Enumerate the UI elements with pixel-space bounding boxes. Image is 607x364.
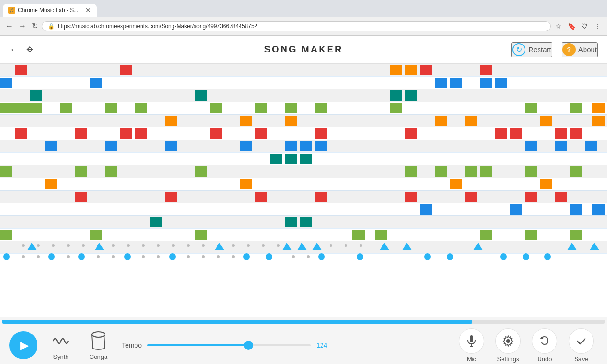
settings-button[interactable]: Settings (492, 328, 525, 363)
note-cell[interactable] (90, 78, 102, 88)
perc-circle[interactable] (169, 253, 176, 260)
note-cell[interactable] (315, 128, 327, 139)
note-cell[interactable] (555, 192, 567, 202)
note-cell[interactable] (45, 141, 57, 151)
note-cell[interactable] (585, 141, 597, 151)
progress-bar-container[interactable] (0, 317, 607, 327)
note-cell[interactable] (315, 103, 327, 113)
note-cell[interactable] (510, 204, 522, 215)
note-cell[interactable] (165, 192, 177, 202)
song-grid-svg[interactable] (0, 64, 607, 265)
perc-circle[interactable] (243, 253, 250, 260)
note-cell[interactable] (120, 65, 132, 75)
note-cell[interactable] (0, 166, 12, 177)
note-cell[interactable] (255, 103, 267, 113)
note-cell[interactable] (15, 65, 27, 75)
tempo-slider[interactable] (147, 344, 311, 346)
note-cell[interactable] (570, 166, 582, 177)
note-cell[interactable] (270, 154, 282, 164)
conga-instrument[interactable]: Conga (84, 331, 112, 360)
perc-circle[interactable] (266, 253, 272, 260)
note-cell[interactable] (75, 192, 87, 202)
note-cell[interactable] (255, 128, 267, 139)
note-cell[interactable] (285, 154, 297, 164)
note-cell[interactable] (480, 65, 492, 75)
note-cell[interactable] (450, 179, 462, 189)
note-cell[interactable] (465, 116, 477, 126)
note-cell[interactable] (525, 166, 537, 177)
note-cell[interactable] (120, 128, 132, 139)
note-cell[interactable] (105, 141, 117, 151)
note-cell[interactable] (240, 179, 252, 189)
play-button[interactable]: ▶ (9, 331, 37, 359)
note-cell[interactable] (195, 230, 207, 240)
note-cell[interactable] (240, 116, 252, 126)
note-cell[interactable] (405, 192, 417, 202)
note-cell[interactable] (495, 128, 507, 139)
note-cell[interactable] (405, 128, 417, 139)
note-cell[interactable] (435, 166, 447, 177)
active-tab[interactable]: 🎵 Chrome Music Lab - S... ✕ (3, 4, 97, 17)
note-cell[interactable] (300, 154, 312, 164)
note-cell[interactable] (405, 65, 417, 75)
song-grid-area[interactable] (0, 64, 607, 317)
note-cell[interactable] (525, 103, 537, 113)
mic-button[interactable]: Mic (455, 328, 488, 363)
perc-circle[interactable] (523, 253, 529, 260)
perc-circle[interactable] (318, 253, 325, 260)
note-cell[interactable] (420, 65, 432, 75)
note-cell[interactable] (480, 166, 492, 177)
note-cell[interactable] (592, 116, 605, 126)
extension-btn-2[interactable]: 🛡 (579, 21, 590, 32)
note-cell[interactable] (210, 128, 222, 139)
perc-circle[interactable] (124, 253, 131, 260)
note-cell[interactable] (510, 128, 522, 139)
note-cell[interactable] (390, 90, 402, 101)
address-bar[interactable]: 🔒 https://musiclab.chromeexperiments.com… (42, 21, 551, 31)
note-cell[interactable] (255, 192, 267, 202)
note-cell[interactable] (165, 141, 177, 151)
note-cell[interactable] (300, 141, 312, 151)
note-cell[interactable] (525, 141, 537, 151)
restart-button[interactable]: ↻ Restart (511, 42, 552, 57)
note-cell[interactable] (450, 78, 462, 88)
extension-btn-1[interactable]: 🔖 (566, 21, 577, 32)
note-cell[interactable] (15, 128, 27, 139)
perc-circle[interactable] (357, 253, 363, 260)
note-cell[interactable] (465, 166, 477, 177)
bookmark-btn[interactable]: ☆ (553, 21, 564, 32)
note-cell[interactable] (210, 103, 222, 113)
forward-button[interactable]: → (17, 20, 28, 32)
note-cell[interactable] (420, 204, 432, 215)
note-cell[interactable] (465, 192, 477, 202)
perc-circle[interactable] (447, 253, 453, 260)
perc-circle[interactable] (48, 253, 55, 260)
note-cell[interactable] (540, 116, 552, 126)
note-cell[interactable] (135, 103, 147, 113)
menu-btn[interactable]: ⋮ (592, 21, 603, 32)
reload-button[interactable]: ↻ (30, 20, 40, 32)
note-cell[interactable] (105, 166, 117, 177)
note-cell[interactable] (135, 128, 147, 139)
note-cell[interactable] (405, 166, 417, 177)
tab-close[interactable]: ✕ (85, 7, 91, 14)
note-cell[interactable] (75, 128, 87, 139)
note-cell[interactable] (315, 141, 327, 151)
note-cell[interactable] (352, 230, 365, 240)
perc-circle[interactable] (424, 253, 431, 260)
tempo-thumb[interactable] (244, 341, 253, 350)
note-cell[interactable] (405, 90, 417, 101)
note-cell[interactable] (480, 230, 492, 240)
undo-button[interactable]: Undo (528, 328, 561, 363)
note-cell[interactable] (555, 128, 567, 139)
back-button[interactable]: ← (4, 20, 15, 32)
note-cell[interactable] (592, 204, 605, 215)
note-cell[interactable] (540, 179, 552, 189)
note-cell[interactable] (0, 103, 42, 113)
note-cell[interactable] (240, 141, 252, 151)
note-cell[interactable] (285, 103, 297, 113)
note-cell[interactable] (390, 65, 402, 75)
note-cell[interactable] (165, 116, 177, 126)
note-cell[interactable] (525, 230, 537, 240)
note-cell[interactable] (570, 204, 582, 215)
